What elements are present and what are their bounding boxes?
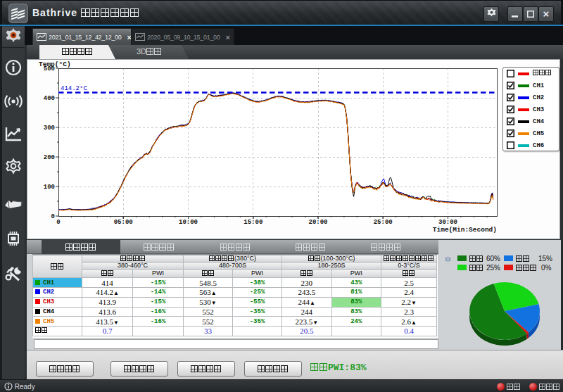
svg-text:Time(Min:Second): Time(Min:Second)	[433, 226, 497, 234]
svg-text:25:00: 25:00	[374, 219, 393, 226]
svg-text:414.2°C: 414.2°C	[61, 85, 87, 92]
svg-text:200: 200	[44, 154, 55, 161]
svg-text:05:00: 05:00	[114, 219, 133, 226]
svg-text:300: 300	[44, 125, 55, 132]
svg-text:0: 0	[56, 219, 60, 226]
svg-text:100: 100	[44, 184, 55, 191]
svg-text:0: 0	[51, 213, 55, 220]
svg-text:10:00: 10:00	[179, 219, 198, 226]
svg-text:20:00: 20:00	[308, 219, 327, 226]
svg-text:15:00: 15:00	[243, 219, 262, 226]
svg-text:400: 400	[44, 95, 55, 102]
svg-text:Temp(°C): Temp(°C)	[39, 61, 71, 68]
svg-text:30:00: 30:00	[438, 219, 457, 226]
